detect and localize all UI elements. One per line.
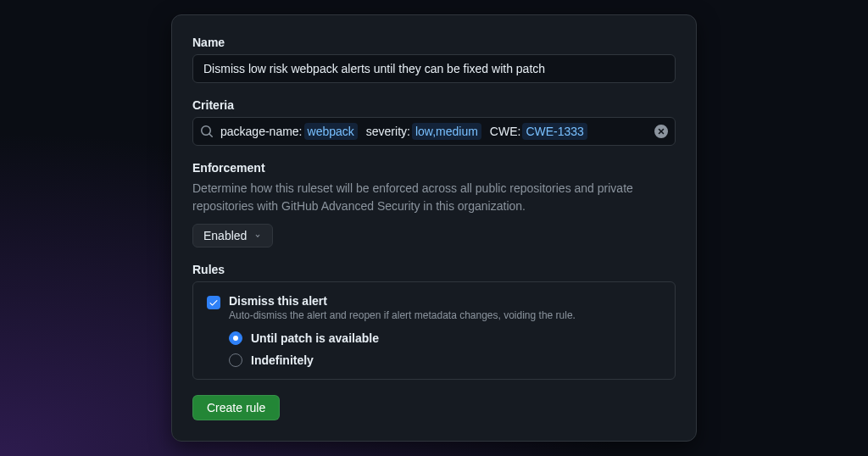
ruleset-form-panel: Name Criteria package-name: webpack seve… — [171, 14, 697, 442]
criteria-token-key: package-name: — [220, 123, 303, 140]
criteria-token-val: CWE-1333 — [522, 123, 587, 140]
radio-label: Until patch is available — [251, 331, 379, 345]
create-rule-button[interactable]: Create rule — [192, 395, 280, 420]
radio-button — [229, 353, 242, 367]
dismiss-alert-content: Dismiss this alert Auto-dismiss the aler… — [229, 294, 661, 367]
check-icon — [209, 298, 219, 308]
clear-icon[interactable] — [654, 125, 668, 138]
enforcement-dropdown[interactable]: Enabled — [192, 224, 273, 247]
criteria-token-val: low,medium — [412, 123, 481, 140]
criteria-token-key: CWE: — [490, 123, 521, 140]
name-label: Name — [192, 36, 676, 49]
dismiss-alert-title: Dismiss this alert — [229, 294, 661, 308]
rules-section: Rules Dismiss this alert Auto-dismiss th… — [192, 263, 676, 380]
enforcement-label: Enforcement — [192, 161, 676, 175]
dismiss-alert-row: Dismiss this alert Auto-dismiss the aler… — [207, 294, 661, 367]
criteria-section: Criteria package-name: webpack severity:… — [192, 98, 676, 146]
dismiss-alert-desc: Auto-dismiss the alert and reopen if ale… — [229, 309, 661, 321]
enforcement-section: Enforcement Determine how this ruleset w… — [192, 161, 676, 247]
rules-box: Dismiss this alert Auto-dismiss the aler… — [192, 281, 676, 380]
chevron-down-icon — [253, 231, 262, 240]
enforcement-desc: Determine how this ruleset will be enfor… — [192, 180, 676, 215]
name-input[interactable] — [192, 54, 676, 83]
radio-label: Indefinitely — [251, 353, 314, 367]
dismiss-duration-radio-group: Until patch is available Indefinitely — [229, 331, 661, 367]
criteria-token-key: severity: — [366, 123, 410, 140]
search-icon — [200, 125, 214, 138]
radio-until-patch[interactable]: Until patch is available — [229, 331, 661, 345]
criteria-label: Criteria — [192, 98, 676, 112]
criteria-token-val: webpack — [304, 123, 358, 140]
radio-button — [229, 331, 242, 345]
name-section: Name — [192, 36, 676, 83]
enforcement-value: Enabled — [203, 229, 247, 242]
dismiss-alert-checkbox[interactable] — [207, 296, 220, 309]
criteria-input[interactable]: package-name: webpack severity: low,medi… — [192, 117, 676, 146]
rules-label: Rules — [192, 263, 676, 276]
radio-indefinitely[interactable]: Indefinitely — [229, 353, 661, 367]
